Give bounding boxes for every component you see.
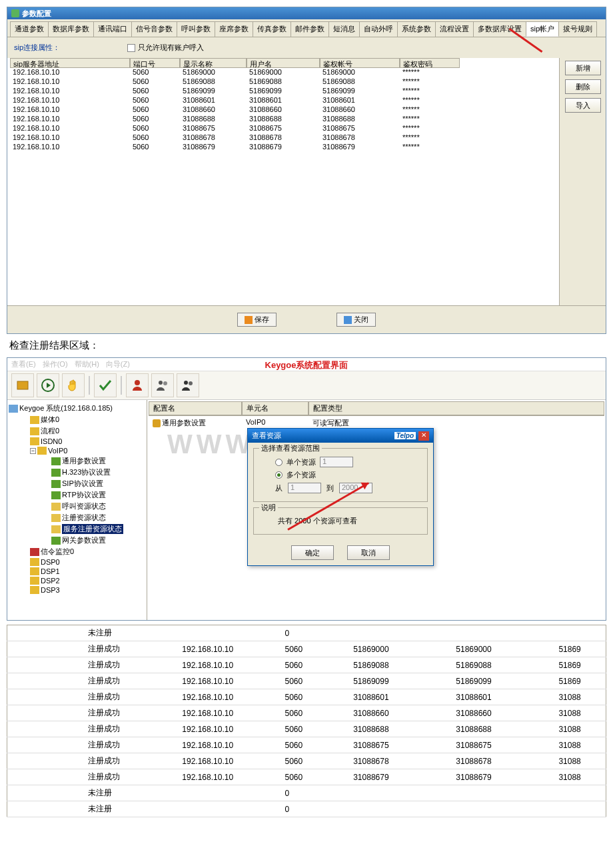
toolbar-check-icon[interactable] [94,373,117,397]
toolbar-play-icon[interactable] [37,373,59,397]
sip-account-row[interactable]: 192.168.10.10506051869088518690885186908… [10,77,556,87]
close-button[interactable]: 关闭 [336,313,376,327]
toolbar-users-dark-icon[interactable] [177,373,199,397]
sip-account-row[interactable]: 192.168.10.10506031088660310886603108866… [10,105,556,115]
tree-rtp[interactable]: RTP协议设置 [62,490,106,500]
tab-1[interactable]: 数据库参数 [48,21,94,37]
toolbar-config-icon[interactable] [11,373,34,397]
tree-reg-status[interactable]: 注册资源状态 [62,513,106,523]
config-list-panel: WWW.Z 配置名 单元名 配置类型 通用参数设置 VoIP0 可读写配置 可读… [147,400,606,620]
tab-4[interactable]: 呼叫参数 [177,21,215,37]
tab-6[interactable]: 传真参数 [253,21,291,37]
col-config-name[interactable]: 配置名 [149,401,242,415]
tree-panel[interactable]: Keygoe 系统(192.168.0.185) 媒体0 流程0 ISDN0 −… [7,400,147,620]
radio-single-resource[interactable] [275,459,283,466]
sip-account-row[interactable]: 192.168.10.10506031088601310886013108860… [10,96,556,105]
tree-h323[interactable]: H.323协议设置 [62,467,111,477]
result-row[interactable]: 注册成功192.168.10.1050603108860131088601310… [7,689,606,705]
tree-root[interactable]: Keygoe 系统(192.168.0.185) [19,403,113,413]
col-username[interactable]: 用户名 [247,58,320,68]
dialog-title: 查看资源 [252,431,281,441]
toolbar-user-single-icon[interactable] [126,373,149,397]
tab-3[interactable]: 信号音参数 [131,21,177,37]
col-config-type[interactable]: 配置类型 [308,401,604,415]
config-row[interactable]: 通用参数设置 VoIP0 可读写配置 [149,417,604,429]
result-row[interactable]: 未注册0 [7,785,606,801]
tree-general[interactable]: 通用参数设置 [62,456,106,466]
radio-multi-resource[interactable] [275,471,283,479]
col-port[interactable]: 端口号 [130,58,180,68]
dialog-close-icon[interactable]: ✕ [418,431,429,441]
result-row[interactable]: 注册成功192.168.10.1050603108867531088675310… [7,737,606,753]
toolbar-hand-icon[interactable] [62,373,85,397]
tab-9[interactable]: 自动外呼 [359,21,398,37]
tree-call-status[interactable]: 呼叫资源状态 [62,501,106,511]
sip-account-row[interactable]: 192.168.10.10506031088679310886793108867… [10,143,556,152]
tab-5[interactable]: 座席参数 [215,21,253,37]
tree-media[interactable]: 媒体0 [41,415,59,425]
result-row[interactable]: 注册成功192.168.10.1050605186908851869088518… [7,657,606,673]
col-unit-name[interactable]: 单元名 [242,401,308,415]
menu-item[interactable]: 向导(Z) [106,359,130,369]
cancel-button[interactable]: 取消 [347,545,390,560]
close-icon [344,316,352,324]
tab-10[interactable]: 系统参数 [397,21,436,37]
tree-dsp3[interactable]: DSP3 [41,586,60,594]
menu-item[interactable]: 帮助(H) [75,359,99,369]
tree-sip[interactable]: SIP协议设置 [62,479,103,489]
result-row[interactable]: 注册成功192.168.10.1050603108866031088660310… [7,705,606,721]
folder-icon [30,437,39,445]
sip-account-row[interactable]: 192.168.10.10506051869099518690995186909… [10,87,556,96]
col-display-name[interactable]: 显示名称 [180,58,247,68]
settings-icon [51,480,61,488]
tree-voip[interactable]: VoIP0 [48,447,67,455]
tree-signaling[interactable]: 信令监控0 [41,547,74,557]
tab-8[interactable]: 短消息 [328,21,360,37]
folder-icon [30,586,39,594]
tree-dsp0[interactable]: DSP0 [41,558,60,566]
sip-account-row[interactable]: 192.168.10.10506031088675310886753108867… [10,124,556,133]
single-resource-field[interactable]: 1 [320,457,353,467]
dialog-title-bar[interactable]: 查看资源 Telpo ✕ [248,429,433,443]
tree-isdn[interactable]: ISDN0 [41,437,62,445]
toolbar-users-gray-icon[interactable] [151,373,174,397]
tree-dsp2[interactable]: DSP2 [41,577,60,585]
group-label: 选择查看资源范围 [259,443,322,453]
tab-2[interactable]: 通讯端口 [93,21,132,37]
sip-account-row[interactable]: 192.168.10.10506051869000518690005186900… [10,68,556,77]
result-row[interactable]: 注册成功192.168.10.1050605186909951869099518… [7,673,606,689]
result-row[interactable]: 注册成功192.168.10.1050603108867831088678310… [7,753,606,769]
sip-account-row[interactable]: 192.168.10.10506031088688310886883108868… [10,115,556,124]
tree-dsp1[interactable]: DSP1 [41,567,60,575]
menu-item[interactable]: 查看(E) [11,359,36,369]
save-button[interactable]: 保存 [237,313,277,327]
sip-account-row[interactable]: 192.168.10.10506031088678310886783108867… [10,133,556,143]
from-field[interactable]: 1 [288,483,321,493]
ok-button[interactable]: 确定 [291,545,334,560]
status-icon [51,503,61,511]
result-row[interactable]: 注册成功192.168.10.1050603108868831088688310… [7,721,606,737]
col-auth-account[interactable]: 鉴权帐号 [320,58,400,68]
tab-14[interactable]: 拔号规则 [558,21,597,37]
import-button[interactable]: 导入 [565,98,601,113]
allow-existing-checkbox[interactable] [127,44,135,52]
tree-gateway[interactable]: 网关参数设置 [62,535,106,545]
save-icon [245,316,253,324]
collapse-icon[interactable]: − [30,448,36,454]
col-server-addr[interactable]: sip服务器地址 [10,58,130,68]
tab-7[interactable]: 邮件参数 [291,21,329,37]
tab-0[interactable]: 通道参数 [10,21,49,37]
tree-flow[interactable]: 流程0 [41,426,59,436]
result-row[interactable]: 未注册0 [7,801,606,817]
delete-button[interactable]: 删除 [565,79,601,94]
result-row[interactable]: 未注册0 [7,625,606,641]
tab-13[interactable]: sip帐户 [526,21,559,37]
col-auth-password[interactable]: 鉴权密码 [400,58,460,68]
add-button[interactable]: 新增 [565,61,601,75]
result-row[interactable]: 注册成功192.168.10.1050605186900051869000518… [7,641,606,657]
result-row[interactable]: 注册成功192.168.10.1050603108867931088679310… [7,769,606,785]
menu-item[interactable]: 操作(O) [43,359,68,369]
tree-service-reg-status[interactable]: 服务注册资源状态 [62,524,123,534]
tab-11[interactable]: 流程设置 [435,21,474,37]
toolbar [7,371,606,400]
